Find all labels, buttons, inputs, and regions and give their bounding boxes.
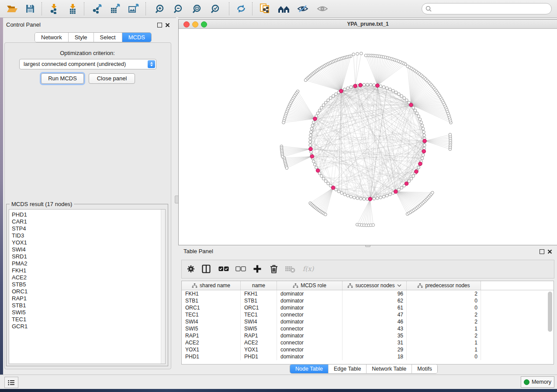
table-row-STB1[interactable]: STB1STB1dominator620 bbox=[182, 297, 554, 304]
cell[interactable]: 0 bbox=[407, 297, 481, 304]
first-neighbors-icon[interactable] bbox=[278, 3, 290, 14]
table-row-RAP1[interactable]: RAP1RAP1dominator352 bbox=[182, 332, 554, 339]
task-history-button[interactable] bbox=[4, 377, 18, 388]
result-node-item[interactable]: STP4 bbox=[12, 225, 165, 232]
table-scrollbar-thumb[interactable] bbox=[548, 292, 552, 332]
table-scrollbar[interactable] bbox=[548, 292, 553, 361]
tab-mcds[interactable]: MCDS bbox=[122, 33, 151, 42]
cell[interactable]: 2 bbox=[407, 332, 481, 339]
result-node-item[interactable]: CAR1 bbox=[12, 218, 165, 225]
cell[interactable]: ORC1 bbox=[182, 304, 241, 311]
table-row-ORC1[interactable]: ORC1ORC1dominator610 bbox=[182, 304, 554, 311]
zoom-in-icon[interactable] bbox=[154, 3, 166, 14]
result-list-scrollbar[interactable] bbox=[161, 210, 165, 364]
cell[interactable]: 18 bbox=[343, 353, 407, 360]
import-table-icon[interactable] bbox=[67, 3, 79, 14]
cell[interactable]: 0 bbox=[407, 353, 481, 360]
cell[interactable]: connector bbox=[277, 339, 343, 346]
cell[interactable]: dominator bbox=[277, 290, 343, 297]
cell[interactable]: 62 bbox=[343, 297, 407, 304]
export-image-icon[interactable] bbox=[128, 3, 140, 14]
cell[interactable]: 2 bbox=[407, 318, 481, 325]
table-row-SWI4[interactable]: SWI4SWI4dominator462 bbox=[182, 318, 554, 325]
cell[interactable]: dominator bbox=[277, 304, 343, 311]
cell[interactable]: dominator bbox=[277, 297, 343, 304]
cell[interactable]: 29 bbox=[343, 346, 407, 353]
run-mcds-button[interactable]: Run MCDS bbox=[41, 73, 84, 84]
result-node-item[interactable]: RAP1 bbox=[12, 295, 165, 302]
close-window-icon[interactable] bbox=[183, 21, 190, 28]
cell[interactable]: 96 bbox=[343, 290, 407, 297]
cell[interactable]: STB1 bbox=[241, 297, 277, 304]
zoom-fit-icon[interactable] bbox=[191, 3, 203, 14]
result-node-item[interactable]: YOX1 bbox=[12, 239, 165, 246]
cell[interactable]: 47 bbox=[343, 311, 407, 318]
table-options-gear-icon[interactable] bbox=[184, 262, 197, 275]
open-in-web-icon[interactable] bbox=[259, 3, 271, 14]
cell[interactable]: connector bbox=[277, 311, 343, 318]
cell[interactable]: TEC1 bbox=[241, 311, 277, 318]
cell[interactable]: PHD1 bbox=[241, 353, 277, 360]
column-view-icon[interactable] bbox=[200, 262, 213, 275]
save-session-icon[interactable] bbox=[24, 3, 36, 14]
column-header-MCDS-role[interactable]: MCDS role bbox=[277, 281, 343, 290]
search-input[interactable] bbox=[434, 4, 551, 13]
cell[interactable]: 1 bbox=[407, 346, 481, 353]
close-panel-button[interactable]: Close panel bbox=[89, 73, 135, 84]
cell[interactable]: STB1 bbox=[182, 297, 241, 304]
search-box[interactable] bbox=[422, 3, 552, 14]
tab-network-table[interactable]: Network Table bbox=[367, 364, 412, 373]
network-window-titlebar[interactable]: YPA_prune.txt_1 bbox=[179, 20, 557, 29]
export-table-icon[interactable] bbox=[109, 3, 121, 14]
cell[interactable]: 2 bbox=[407, 311, 481, 318]
close-panel-icon[interactable] bbox=[165, 23, 170, 28]
cell[interactable]: dominator bbox=[277, 318, 343, 325]
cell[interactable]: YOX1 bbox=[182, 346, 241, 353]
minimize-window-icon[interactable] bbox=[192, 21, 198, 28]
cell[interactable]: connector bbox=[277, 346, 343, 353]
result-node-item[interactable]: STB1 bbox=[12, 302, 165, 309]
table-row-YOX1[interactable]: YOX1YOX1connector291 bbox=[182, 346, 554, 353]
column-header-successor-nodes[interactable]: successor nodes bbox=[343, 281, 407, 290]
cell[interactable]: 46 bbox=[343, 318, 407, 325]
result-node-item[interactable]: TID3 bbox=[12, 232, 165, 239]
optimization-criterion-select[interactable]: largest connected component (undirected) bbox=[19, 59, 156, 69]
cell[interactable]: 0 bbox=[407, 304, 481, 311]
cell[interactable]: ORC1 bbox=[241, 304, 277, 311]
cell[interactable]: RAP1 bbox=[241, 332, 277, 339]
tab-select[interactable]: Select bbox=[94, 33, 122, 42]
show-all-icon[interactable] bbox=[316, 3, 329, 14]
table-row-PHD1[interactable]: PHD1PHD1dominator180 bbox=[182, 353, 554, 360]
cell[interactable]: SWI5 bbox=[241, 325, 277, 332]
tab-node-table[interactable]: Node Table bbox=[290, 364, 329, 373]
zoom-out-icon[interactable] bbox=[172, 3, 184, 14]
result-node-item[interactable]: TEC1 bbox=[12, 316, 165, 323]
network-graph-canvas[interactable] bbox=[179, 29, 556, 244]
result-node-item[interactable]: PMA2 bbox=[12, 260, 165, 267]
cell[interactable]: 1 bbox=[407, 325, 481, 332]
table-row-ACE2[interactable]: ACE2ACE2connector311 bbox=[182, 339, 554, 346]
table-row-FKH1[interactable]: FKH1FKH1dominator962 bbox=[182, 290, 554, 297]
table-row-TEC1[interactable]: TEC1TEC1connector472 bbox=[182, 311, 554, 318]
column-header-shared-name[interactable]: shared name bbox=[182, 281, 241, 290]
zoom-selected-icon[interactable] bbox=[209, 3, 221, 14]
maximize-window-icon[interactable] bbox=[201, 21, 207, 28]
cell[interactable]: SWI4 bbox=[182, 318, 241, 325]
cell[interactable]: PHD1 bbox=[182, 353, 241, 360]
result-node-item[interactable]: SWI5 bbox=[12, 309, 165, 316]
hide-selected-icon[interactable] bbox=[297, 3, 309, 14]
result-node-item[interactable]: FKH1 bbox=[12, 267, 165, 274]
result-node-item[interactable]: GCR1 bbox=[12, 323, 165, 330]
result-node-item[interactable]: ACE2 bbox=[12, 274, 165, 281]
result-node-item[interactable]: SRD1 bbox=[12, 253, 165, 260]
tab-motifs[interactable]: Motifs bbox=[412, 364, 437, 373]
delete-column-icon[interactable] bbox=[267, 262, 280, 275]
table-row-SWI5[interactable]: SWI5SWI5connector431 bbox=[182, 325, 554, 332]
cell[interactable]: dominator bbox=[277, 332, 343, 339]
cell[interactable]: ACE2 bbox=[241, 339, 277, 346]
import-network-icon[interactable] bbox=[48, 3, 60, 14]
cell[interactable]: FKH1 bbox=[182, 290, 241, 297]
cell[interactable]: YOX1 bbox=[241, 346, 277, 353]
float-panel-icon[interactable] bbox=[157, 23, 162, 28]
column-header-predecessor-nodes[interactable]: predecessor nodes bbox=[407, 281, 481, 290]
